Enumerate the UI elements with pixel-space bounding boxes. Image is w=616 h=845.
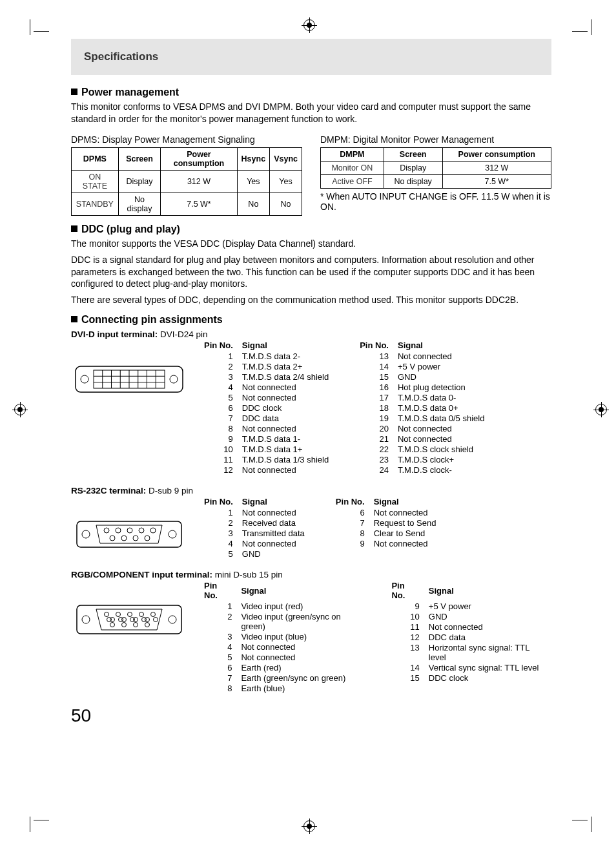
svg-point-17: [116, 528, 121, 533]
svg-point-24: [145, 536, 150, 541]
rs232c-pins-left: Pin No.Signal 1Not connected2Received da…: [204, 497, 314, 559]
heading-ddc: DDC (plug and play): [71, 224, 551, 235]
svg-point-40: [130, 618, 135, 622]
svg-point-44: [122, 623, 127, 627]
svg-point-1: [81, 375, 88, 383]
svg-point-45: [134, 623, 138, 627]
svg-point-28: [105, 612, 109, 617]
ddc-body-2: DDC is a signal standard for plug and pl…: [71, 254, 551, 291]
dvi-pins-right: Pin No.Signal 13Not connected14+5 V powe…: [360, 340, 493, 475]
svg-point-19: [139, 528, 144, 533]
power-footnote: * When AUTO INPUT CHANGE is OFF. 11.5 W …: [320, 191, 551, 212]
svg-point-21: [110, 536, 115, 541]
svg-point-14: [82, 530, 90, 538]
square-bullet-icon: [71, 89, 77, 95]
rgb-pins-right: Pin No.Signal 9+5 V power10GND11Not conn…: [391, 581, 551, 694]
dmpm-table: DMPM Screen Power consumption Monitor ON…: [320, 147, 551, 189]
svg-point-18: [127, 528, 132, 533]
dpms-caption: DPMS: Display Power Management Signaling: [71, 134, 302, 145]
svg-point-29: [116, 612, 121, 617]
svg-point-41: [142, 618, 147, 622]
svg-point-16: [104, 528, 109, 533]
rs232c-connector-diagram: [71, 497, 187, 554]
dvi-terminal-label: DVI-D input terminal: DVI-D24 pin: [71, 329, 551, 339]
svg-point-31: [139, 612, 144, 617]
svg-point-43: [110, 623, 115, 627]
svg-point-27: [169, 616, 176, 623]
heading-power-management: Power management: [71, 87, 551, 98]
rgb-pins-left: Pin No.Signal 1Video input (red)2Video i…: [204, 581, 369, 694]
svg-point-23: [133, 536, 138, 541]
ddc-body-1: The monitor supports the VESA DDC (Displ…: [71, 238, 551, 250]
dvi-pins-left: Pin No.Signal 1T.M.D.S data 2-2T.M.D.S d…: [204, 340, 338, 475]
svg-rect-25: [77, 605, 181, 634]
ddc-body-3: There are several types of DDC, dependin…: [71, 294, 551, 306]
svg-point-39: [119, 618, 123, 622]
svg-point-46: [145, 623, 150, 627]
page-title: Specifications: [84, 50, 158, 63]
rs232c-pins-right: Pin No.Signal 6Not connected7Request to …: [336, 497, 446, 559]
svg-point-2: [170, 375, 178, 383]
svg-point-30: [128, 612, 132, 617]
svg-point-22: [121, 536, 127, 541]
dvi-connector-diagram: [71, 340, 187, 401]
power-body: This monitor conforms to VESA DPMS and D…: [71, 101, 551, 125]
section-header: Specifications: [71, 39, 551, 75]
svg-point-32: [151, 612, 156, 617]
square-bullet-icon: [71, 225, 77, 232]
svg-point-38: [107, 618, 112, 622]
rgb-connector-diagram: [71, 581, 187, 641]
svg-point-42: [154, 618, 158, 622]
svg-point-20: [150, 528, 156, 533]
square-bullet-icon: [71, 316, 77, 322]
rs232c-terminal-label: RS-232C terminal: D-sub 9 pin: [71, 486, 551, 496]
svg-point-15: [169, 530, 176, 538]
dmpm-caption: DMPM: Digital Monitor Power Management: [320, 134, 551, 145]
page-number: 50: [71, 705, 551, 726]
svg-point-26: [82, 616, 90, 623]
dpms-table: DPMS Screen Power consumption Hsync Vsyn…: [71, 147, 302, 216]
heading-pin-assignments: Connecting pin assignments: [71, 314, 551, 326]
rgb-terminal-label: RGB/COMPONENT input terminal: mini D-sub…: [71, 570, 551, 579]
